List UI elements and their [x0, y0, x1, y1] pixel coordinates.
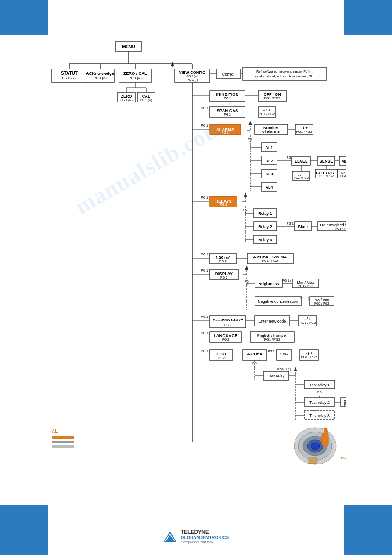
svg-text:PG1 / PG2: PG1 / PG2 [264, 337, 280, 341]
svg-text:PG 2 (∞): PG 2 (∞) [140, 98, 152, 102]
svg-text:PG 2: PG 2 [218, 356, 225, 359]
svg-text:MEMO: MEMO [342, 159, 346, 163]
svg-text:TEST: TEST [216, 352, 227, 356]
svg-text:PG 1 (-): PG 1 (-) [187, 78, 198, 82]
svg-text:PG1 / PG2: PG1 / PG2 [259, 112, 275, 116]
svg-text:PG 2: PG 2 [219, 260, 227, 263]
svg-text:LANGUAGE: LANGUAGE [214, 333, 237, 338]
svg-text:PGM 1 (-): PGM 1 (-) [277, 368, 291, 371]
svg-text:PG 2: PG 2 [222, 338, 229, 341]
svg-text:AL1: AL1 [265, 145, 273, 150]
svg-text:PG 1 (∞): PG 1 (∞) [94, 76, 107, 80]
svg-text:PG1 / PG2: PG1 / PG2 [319, 174, 334, 178]
svg-text:MENU: MENU [122, 44, 135, 49]
svg-text:PG 2: PG 2 [220, 203, 227, 206]
svg-text:AL2: AL2 [265, 159, 273, 163]
brand-name: TELEDYNE [181, 529, 229, 535]
sidebar-bottom-left [0, 505, 48, 555]
svg-text:PG 2: PG 2 [224, 113, 231, 116]
svg-text:PG1 / PG2: PG1 / PG2 [335, 227, 346, 230]
svg-text:4-20 mA: 4-20 mA [247, 352, 263, 356]
svg-text:CAL: CAL [142, 94, 151, 98]
svg-rect-254 [309, 457, 317, 464]
svg-text:4-20 mA: 4-20 mA [215, 255, 231, 260]
svg-text:PG1 / PG2: PG1 / PG2 [314, 302, 329, 305]
svg-text:ZERO / CAL: ZERO / CAL [123, 71, 147, 76]
svg-text:PG 1 (-): PG 1 (-) [282, 279, 293, 283]
svg-text:INHIBITION: INHIBITION [216, 92, 238, 97]
svg-text:PG1 / PG2: PG1 / PG2 [301, 355, 317, 359]
svg-text:ACCESS CODE: ACCESS CODE [212, 317, 243, 322]
sub-brand-name: OLDHAM SIMTRONICS [181, 535, 229, 540]
svg-text:PG1 / PG2: PG1 / PG2 [300, 321, 316, 325]
svg-text:PG 1/2 (-): PG 1/2 (-) [62, 76, 77, 80]
svg-marker-223 [294, 367, 297, 371]
svg-text:PG1 / PG2: PG1 / PG2 [340, 174, 346, 178]
svg-text:of alarms: of alarms [262, 129, 280, 134]
svg-text:AL: AL [52, 429, 58, 434]
svg-text:PG1 / PG2: PG1 / PG2 [344, 403, 346, 406]
svg-text:AL4: AL4 [265, 185, 273, 189]
svg-text:PG1 / PG2: PG1 / PG2 [264, 96, 280, 100]
svg-marker-119 [244, 192, 247, 197]
svg-text:Test relay 1: Test relay 1 [309, 383, 330, 387]
teledyne-logo-icon [163, 531, 176, 542]
sidebar-top-left [0, 0, 48, 35]
svg-text:Config.: Config. [222, 72, 235, 76]
svg-text:PG 1 (∞): PG 1 (∞) [120, 98, 133, 102]
svg-point-251 [311, 443, 320, 450]
svg-marker-157 [245, 265, 248, 270]
svg-text:ZERO: ZERO [121, 94, 132, 98]
svg-rect-245 [52, 441, 74, 443]
svg-text:Relay 2: Relay 2 [258, 225, 272, 229]
svg-text:PG1 / PG2: PG1 / PG2 [294, 176, 309, 179]
sidebar-top-right [344, 0, 392, 35]
svg-text:State: State [298, 225, 308, 229]
svg-text:Test relay 3: Test relay 3 [309, 414, 330, 418]
svg-text:PG 2: PG 2 [224, 97, 231, 100]
svg-text:AL3: AL3 [265, 172, 273, 176]
svg-rect-244 [52, 436, 74, 439]
svg-text:PG1 / PG2: PG1 / PG2 [298, 284, 313, 287]
svg-text:Test relay: Test relay [268, 374, 285, 378]
svg-rect-246 [52, 445, 74, 448]
svg-text:PG 2 (∞): PG 2 (∞) [186, 75, 198, 78]
svg-text:PG 2: PG 2 [220, 276, 227, 279]
svg-text:4 mA: 4 mA [279, 352, 288, 356]
svg-text:analog signal, voltage, temper: analog signal, voltage, temperature, RH [255, 74, 313, 78]
svg-text:PG 1 (∞): PG 1 (∞) [129, 76, 142, 80]
svg-text:Relay 1: Relay 1 [258, 211, 272, 216]
svg-text:De-energized / energized: De-energized / energized [320, 223, 346, 227]
svg-text:STATUT: STATUT [61, 71, 78, 76]
svg-text:SENSE: SENSE [320, 159, 333, 163]
footer-text: TELEDYNE OLDHAM SIMTRONICS Everywhere yo… [181, 529, 229, 544]
svg-text:PG1 / PG2: PG1 / PG2 [296, 130, 312, 134]
svg-text:Enter new code: Enter new code [259, 319, 286, 323]
svg-text:PG: PG [317, 391, 322, 394]
svg-text:Negative concentration: Negative concentration [258, 299, 298, 304]
device-image [291, 422, 342, 468]
svg-text:PG 2: PG 2 [224, 323, 231, 326]
svg-text:PG1 / PG2: PG1 / PG2 [262, 259, 278, 263]
svg-text:Brightness: Brightness [258, 282, 279, 286]
svg-text:Test relay 2: Test relay 2 [309, 400, 330, 405]
sidebar-bottom-right [344, 505, 392, 555]
svg-text:DISPLAY: DISPLAY [215, 271, 233, 276]
tagline: Everywhere you look [181, 540, 229, 544]
svg-text:ACKnowledge: ACKnowledge [86, 71, 114, 76]
svg-text:LEVEL: LEVEL [295, 159, 308, 163]
svg-text:SPAN GAS: SPAN GAS [217, 108, 238, 113]
svg-text:2: 2 [319, 394, 320, 397]
footer: TELEDYNE OLDHAM SIMTRONICS Everywhere yo… [163, 529, 229, 544]
svg-text:VIEW CONFIG: VIEW CONFIG [179, 70, 206, 75]
svg-text:PG 2: PG 2 [222, 131, 229, 134]
svg-text:Ref, software, hardware, range: Ref, software, hardware, range, P / N , [256, 69, 313, 73]
svg-text:Relay 3: Relay 3 [258, 238, 272, 242]
svg-marker-66 [248, 121, 252, 125]
svg-text:PG 1 (-): PG 1 (-) [300, 297, 311, 300]
svg-rect-253 [324, 428, 327, 435]
